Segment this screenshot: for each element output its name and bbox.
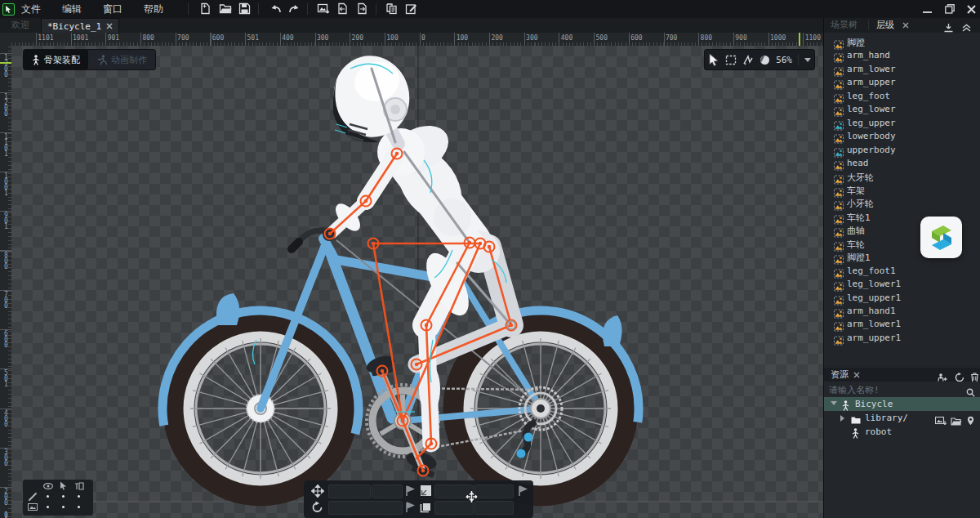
hierarchy-item-大牙轮[interactable]: 大牙轮: [824, 171, 980, 184]
view-toolbar: 56%: [704, 49, 815, 70]
shear-y-input[interactable]: [474, 501, 514, 515]
scale-y-input[interactable]: [474, 485, 514, 498]
visibility-column-icon[interactable]: [40, 480, 56, 491]
zoom-dropdown-icon[interactable]: [804, 58, 811, 62]
hierarchy-item-车架[interactable]: 车架: [824, 184, 980, 197]
resource-item-library[interactable]: library/: [824, 411, 980, 425]
close-button[interactable]: [960, 0, 980, 18]
import-image-icon[interactable]: [317, 2, 331, 16]
hruler-label: 400: [561, 34, 572, 42]
vruler-label: 8 0 0: [2, 252, 10, 270]
handlebar-grip: [292, 242, 299, 249]
bones-frame-toggle[interactable]: [71, 491, 87, 502]
hierarchy-item-arm_lower1[interactable]: arm_lower1: [824, 318, 980, 331]
export-project-icon[interactable]: [356, 2, 370, 16]
translate-keyframe-flag[interactable]: [405, 485, 415, 496]
viewport-canvas[interactable]: 骨架装配 动画制作 56%: [11, 46, 823, 518]
resource-search-bar[interactable]: 请输入名称!: [824, 382, 980, 398]
hierarchy-item-arm_lower[interactable]: arm_lower: [824, 63, 980, 76]
select-column-icon[interactable]: [56, 480, 71, 491]
redo-icon[interactable]: [287, 2, 301, 16]
select-cursor-icon[interactable]: [708, 53, 719, 66]
hierarchy-item-upperbody[interactable]: upperbody: [824, 144, 980, 157]
hierarchy-item-head[interactable]: head: [824, 157, 980, 170]
maximize-button[interactable]: [939, 0, 960, 18]
expand-caret-icon[interactable]: [840, 415, 844, 422]
tab-skeleton-setup[interactable]: 骨架装配: [24, 50, 88, 69]
rotate-angle-input[interactable]: [328, 501, 403, 515]
translate-y-input[interactable]: [372, 485, 403, 498]
background-toggle-icon[interactable]: [760, 55, 770, 65]
bones-select-toggle[interactable]: [56, 491, 71, 502]
open-file-icon[interactable]: [219, 2, 233, 16]
scale-icon[interactable]: [420, 485, 433, 498]
zoom-level[interactable]: 56%: [776, 55, 792, 65]
hierarchy-item-arm_upper1[interactable]: arm_upper1: [824, 332, 980, 345]
view-marker-horizontal: [799, 33, 800, 46]
hruler-label: 901: [108, 34, 119, 42]
hierarchy-item-leg_upper[interactable]: leg_upper: [824, 117, 980, 130]
hierarchy-item-arm_hand1[interactable]: arm_hand1: [824, 305, 980, 318]
hruler-label: 300: [317, 34, 328, 42]
bones-visibility-toggle[interactable]: [40, 491, 56, 502]
images-select-toggle[interactable]: [56, 502, 71, 512]
tab-scene-tree[interactable]: 场景树: [831, 18, 858, 33]
save-icon[interactable]: [238, 2, 252, 16]
rotate-keyframe-flag[interactable]: [405, 501, 415, 512]
image-thumbnail-icon: [834, 319, 844, 329]
hruler-label: 600: [630, 34, 642, 42]
hierarchy-item-小牙轮[interactable]: 小牙轮: [824, 197, 980, 210]
scale-keyframe-flag[interactable]: [518, 485, 528, 496]
hierarchy-item-leg_lower1[interactable]: leg_lower1: [824, 278, 980, 291]
hierarchy-item-label: leg_lower1: [847, 279, 901, 289]
menu-window[interactable]: 窗口: [98, 0, 127, 18]
collapse-caret-icon[interactable]: [831, 401, 837, 405]
tab-close-icon[interactable]: [106, 23, 113, 29]
images-frame-toggle[interactable]: [71, 502, 87, 512]
translate-icon[interactable]: [311, 485, 324, 498]
marquee-select-icon[interactable]: [725, 55, 737, 65]
tab-welcome[interactable]: 欢迎: [5, 18, 36, 33]
shear-icon[interactable]: [420, 501, 433, 514]
menu-edit[interactable]: 编辑: [57, 0, 87, 18]
resource-item-robot[interactable]: robot: [824, 425, 980, 439]
duplicate-icon[interactable]: [385, 2, 399, 16]
edit-icon[interactable]: [405, 2, 419, 16]
resources-tab-close-icon[interactable]: [853, 372, 860, 378]
hierarchy-item-脚蹬[interactable]: 脚蹬: [824, 36, 980, 49]
tab-hierarchy[interactable]: 层级: [876, 18, 894, 33]
scene-artwork: [11, 46, 823, 518]
tab-animate-label: 动画制作: [111, 54, 147, 66]
hierarchy-item-leg_lower[interactable]: leg_lower: [824, 103, 980, 116]
hierarchy-item-label: 脚蹬: [847, 37, 865, 49]
hierarchy-item-lowerbody[interactable]: lowerbody: [824, 130, 980, 143]
menu-file[interactable]: 文件: [16, 0, 46, 18]
hierarchy-item-leg_foot1[interactable]: leg_foot1: [824, 265, 980, 278]
front-fender-flap: [216, 293, 239, 325]
minimize-button[interactable]: [916, 0, 938, 18]
hierarchy-item-label: head: [847, 158, 869, 168]
tab-animate[interactable]: 动画制作: [88, 50, 155, 69]
image-thumbnail-icon: [834, 92, 844, 101]
images-row-icon[interactable]: [24, 502, 40, 512]
new-file-icon[interactable]: [199, 2, 213, 16]
import-project-icon[interactable]: [336, 2, 350, 16]
hruler-label: 200: [352, 34, 363, 42]
frame-column-icon[interactable]: [71, 480, 87, 491]
hierarchy-item-arm_hand[interactable]: arm_hand: [824, 49, 980, 62]
rotate-icon[interactable]: [311, 501, 324, 514]
translate-x-input[interactable]: [328, 485, 371, 498]
menu-help[interactable]: 帮助: [139, 0, 168, 18]
image-thumbnail-icon: [834, 105, 844, 114]
hierarchy-item-leg_upper1[interactable]: leg_upper1: [824, 292, 980, 305]
hierarchy-item-leg_foot[interactable]: leg_foot: [824, 90, 980, 103]
hierarchy-item-arm_upper[interactable]: arm_upper: [824, 76, 980, 89]
lasso-select-icon[interactable]: [742, 55, 754, 65]
images-visibility-toggle[interactable]: [40, 502, 56, 512]
hierarchy-tab-close-icon[interactable]: [902, 22, 909, 29]
tab-bicycle[interactable]: *Bicycle_1: [41, 18, 119, 33]
tab-resources[interactable]: 资源: [831, 368, 849, 382]
resource-item-Bicycle[interactable]: Bicycle: [824, 397, 980, 411]
bones-row-icon[interactable]: [24, 491, 40, 502]
undo-icon[interactable]: [270, 2, 283, 16]
